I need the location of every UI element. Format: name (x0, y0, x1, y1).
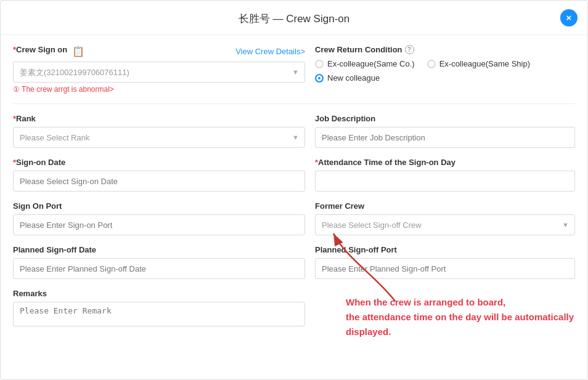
row-crew-signin: *Crew Sign on 📋 View Crew Details> 姜素文(3… (13, 45, 575, 94)
job-description-section: Job Description (315, 114, 575, 148)
job-description-label: Job Description (315, 114, 575, 123)
sign-on-port-input[interactable] (13, 214, 305, 235)
view-crew-link[interactable]: View Crew Details> (235, 47, 305, 56)
crew-return-section: Crew Return Condition ? Ex-colleague(Sam… (315, 45, 575, 94)
remarks-section: Remarks (13, 289, 305, 328)
crew-dropdown-wrapper: 姜素文(321002199706076111) ▼ (13, 62, 305, 83)
help-icon[interactable]: ? (405, 45, 414, 54)
attendance-time-label: *Attendance Time of the Sign-on Day (315, 158, 575, 167)
rank-dropdown-wrapper: Please Select Rank ▼ (13, 127, 305, 148)
dialog-header: 长胜号 — Crew Sign-on × (1, 1, 587, 35)
crew-return-label: Crew Return Condition ? (315, 45, 575, 54)
former-crew-dropdown-wrapper: Please Select Sign-off Crew ▼ (315, 214, 575, 235)
radio-circle-new-colleague (315, 74, 324, 83)
radio-ex-same-co[interactable]: Ex-colleague(Same Co.) (315, 59, 415, 68)
close-icon: × (566, 12, 572, 23)
row-rank-job: *Rank Please Select Rank ▼ Job Descripti… (13, 114, 575, 148)
crew-error-message: ① The crew arrgt is abnormal> (13, 85, 305, 94)
close-button[interactable]: × (560, 9, 578, 26)
planned-signoff-date-input[interactable] (13, 258, 305, 279)
sign-on-port-label: Sign On Port (13, 201, 305, 211)
dialog-body: *Crew Sign on 📋 View Crew Details> 姜素文(3… (1, 35, 587, 360)
radio-row-2: New colleague (315, 73, 575, 83)
planned-signoff-port-label: Planned Sign-off Port (315, 245, 575, 254)
annotation-section: When the crew is arranged to board, the … (315, 289, 575, 344)
radio-label-new-colleague: New colleague (327, 73, 380, 83)
crew-signin-label: *Crew Sign on (13, 45, 67, 54)
attendance-time-input[interactable]: 0.5 (315, 171, 575, 192)
former-crew-section: Former Crew Please Select Sign-off Crew … (315, 201, 575, 235)
radio-circle-ex-same-ship (427, 60, 436, 68)
planned-signoff-port-input[interactable] (315, 258, 575, 279)
crew-dropdown[interactable]: 姜素文(321002199706076111) (13, 62, 305, 83)
row-remarks-annotation: Remarks When the crew is arranged to boa… (13, 289, 575, 344)
annotation-text: When the crew is arranged to board, the … (346, 295, 575, 339)
radio-group-return: Ex-colleague(Same Co.) Ex-colleague(Same… (315, 59, 575, 83)
sign-on-port-section: Sign On Port (13, 201, 305, 235)
radio-label-ex-same-ship: Ex-colleague(Same Ship) (439, 59, 530, 68)
crew-signin-section: *Crew Sign on 📋 View Crew Details> 姜素文(3… (13, 45, 305, 94)
row-port-former: Sign On Port Former Crew Please Select S… (13, 201, 575, 235)
clipboard-icon: 📋 (72, 46, 84, 57)
radio-new-colleague[interactable]: New colleague (315, 73, 380, 83)
radio-row-1: Ex-colleague(Same Co.) Ex-colleague(Same… (315, 59, 575, 68)
row-planned-dates: Planned Sign-off Date Planned Sign-off P… (13, 245, 575, 279)
sign-on-date-label: *Sign-on Date (13, 158, 305, 167)
dialog-container: 长胜号 — Crew Sign-on × *Crew Sign on 📋 Vie… (0, 0, 588, 380)
dialog-title: 长胜号 — Crew Sign-on (239, 13, 349, 25)
remarks-label: Remarks (13, 289, 305, 298)
job-description-input[interactable] (315, 127, 575, 148)
crew-signin-label-row: *Crew Sign on 📋 View Crew Details> (13, 45, 305, 58)
radio-ex-same-ship[interactable]: Ex-colleague(Same Ship) (427, 59, 530, 68)
former-crew-dropdown[interactable]: Please Select Sign-off Crew (315, 214, 575, 235)
sign-on-date-input[interactable] (13, 171, 305, 192)
radio-label-ex-same-co: Ex-colleague(Same Co.) (327, 59, 415, 68)
remarks-input[interactable] (13, 302, 305, 326)
planned-signoff-port-section: Planned Sign-off Port (315, 245, 575, 279)
rank-label: *Rank (13, 114, 305, 123)
divider-1 (13, 103, 575, 104)
radio-circle-ex-same-co (315, 60, 324, 68)
planned-signoff-date-section: Planned Sign-off Date (13, 245, 305, 279)
sign-on-date-section: *Sign-on Date (13, 158, 305, 192)
attendance-time-section: *Attendance Time of the Sign-on Day 0.5 (315, 158, 575, 192)
former-crew-label: Former Crew (315, 201, 575, 211)
row-date-attendance: *Sign-on Date *Attendance Time of the Si… (13, 158, 575, 192)
rank-section: *Rank Please Select Rank ▼ (13, 114, 305, 148)
planned-signoff-date-label: Planned Sign-off Date (13, 245, 305, 254)
rank-dropdown[interactable]: Please Select Rank (13, 127, 305, 148)
